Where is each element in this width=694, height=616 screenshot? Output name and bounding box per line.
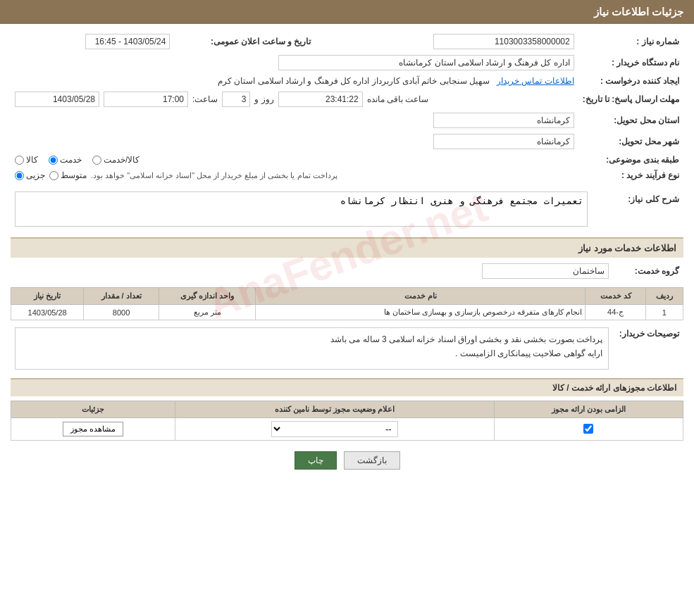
service-row: 1 ج-44 انجام کارهای متفرقه درخصوص بازساز… [11,305,683,320]
tosiyat-value: پرداخت بصورت بخشی نقد و بخشی اوراق اسناد… [11,325,613,372]
tarikh-saat-input: 1403/05/24 - 16:45 [85,34,170,49]
mojoz-row: -- مشاهده مجوز [11,418,683,441]
ostan-tahvil-input: کرمانشاه [433,113,574,128]
service-vahed: متر مربع [159,305,255,320]
mojoz-alam: -- [175,418,494,441]
tabaqe-value: کالا/خدمت خدمت کالا [11,152,578,168]
ostan-tahvil-value: کرمانشاه [11,110,578,131]
shomara-niaz-value: 1103003358000002 [315,31,578,52]
col-kod: کد خدمت [585,288,646,305]
col-tedad: تعداد / مقدار [84,288,159,305]
shomara-niaz-input: 1103003358000002 [433,34,574,49]
mohlat-label: مهلت ارسال پاسخ: تا تاریخ: [578,89,683,110]
mojoz-col-joziyat: جزئیات [11,401,175,418]
mojoz-joziyat: مشاهده مجوز [11,418,175,441]
info-row-ostan: استان محل تحویل: کرمانشاه [11,110,683,131]
tabaqe-kala[interactable]: کالا [15,155,38,165]
main-info-table: شماره نیاز : 1103003358000002 تاریخ و سا… [11,31,683,183]
khadamat-section-header: اطلاعات خدمات مورد نیاز [11,237,683,258]
service-tarikh: 1403/05/28 [11,305,84,320]
noe-farayand-value: پرداخت تمام یا بخشی از مبلغ خریدار از مح… [11,168,578,183]
sharh-niaz-section: شرح کلی نیاز: [11,189,683,232]
sharh-label: شرح کلی نیاز: [592,189,683,232]
saat-label: ساعت: [192,94,218,104]
farayand-jozi[interactable]: جزیی [15,170,45,180]
info-row-tabaqe: طبقه بندی موضوعی: کالا/خدمت خدمت کالا [11,152,683,168]
shomara-niaz-label: شماره نیاز : [578,31,683,52]
service-radif: 1 [645,305,683,320]
farayand-motavasit[interactable]: متوسط [49,170,87,180]
col-tarikh: تاریخ نیاز [11,288,84,305]
nam-dastgah-label: نام دستگاه خریدار : [578,52,683,73]
tabaqe-label: طبقه بندی موضوعی: [578,152,683,168]
ijad-konande-link[interactable]: اطلاعات تماس خریدار [497,76,574,86]
mojoz-thead: الزامی بودن ارائه مجوز اعلام وضعیت مجوز … [11,401,683,418]
mojoz-table-body: -- مشاهده مجوز [11,418,683,441]
page-header: جزئیات اطلاعات نیاز [0,0,694,24]
tabaqe-radio-group: کالا/خدمت خدمت کالا [15,155,574,165]
content-area: AnaFender.net شماره نیاز : 1103003358000… [0,24,694,487]
gorooh-label: گروه خدمت: [613,260,683,282]
tabaqe-kala-khidmat[interactable]: کالا/خدمت [92,155,140,165]
services-table: ردیف کد خدمت نام خدمت واحد اندازه گیری ت… [11,287,683,320]
view-mojoz-button[interactable]: مشاهده مجوز [63,422,123,436]
baqi-label: ساعت باقی مانده [367,94,429,104]
farayand-motavasit-radio[interactable] [49,171,58,180]
tabaqe-khidmat-radio[interactable] [49,156,58,165]
nam-dastgah-input: اداره کل فرهنگ و ارشاد اسلامی استان کرما… [278,55,574,70]
tosiyat-line1: پرداخت بصورت بخشی نقد و بخشی اوراق اسناد… [21,332,602,346]
tabaqe-khidmat[interactable]: خدمت [49,155,82,165]
services-table-body: 1 ج-44 انجام کارهای متفرقه درخصوص بازساز… [11,305,683,320]
farayand-motavasit-label: متوسط [61,170,87,180]
tosiyat-table: توصیحات خریدار: پرداخت بصورت بخشی نقد و … [11,325,683,372]
sharh-textarea[interactable] [15,191,588,227]
col-name: نام خدمت [256,288,585,305]
gorooh-input: ساختمان [482,263,609,279]
gorooh-row: گروه خدمت: ساختمان [11,260,683,282]
mojoz-elzami [494,418,683,441]
noe-farayand-label: نوع فرآیند خرید : [578,168,683,183]
tabaqe-kala-radio[interactable] [15,156,24,165]
shahr-tahvil-input: کرمانشاه [433,134,574,149]
ijad-konande-value: اطلاعات تماس خریدار سهیل سنجابی خاتم آبا… [11,73,578,89]
mojoz-title: اطلاعات مجوزهای ارائه خدمت / کالا [552,383,676,393]
info-row-farayand: نوع فرآیند خرید : پرداخت تمام یا بخشی از… [11,168,683,183]
info-row-shomara: شماره نیاز : 1103003358000002 تاریخ و سا… [11,31,683,52]
service-kod: ج-44 [585,305,646,320]
info-row-mohlat: مهلت ارسال پاسخ: تا تاریخ: ساعت باقی مان… [11,89,683,110]
tosiyat-row: توصیحات خریدار: پرداخت بصورت بخشی نقد و … [11,325,683,372]
ostan-tahvil-label: استان محل تحویل: [578,110,683,131]
info-row-shahr: شهر محل تحویل: کرمانشاه [11,131,683,152]
mojoz-col-alam: اعلام وضعیت مجوز توسط نامین کننده [175,401,494,418]
farayand-jozi-label: جزیی [26,170,45,180]
page-title: جزئیات اطلاعات نیاز [594,6,683,18]
tabaqe-khidmat-label: خدمت [60,155,82,165]
button-row: بازگشت چاپ [11,451,683,470]
mojoz-section-header: اطلاعات مجوزهای ارائه خدمت / کالا [11,378,683,396]
ijad-konande-text: سهیل سنجابی خاتم آبادی کاربرداز اداره کل… [218,76,490,86]
tabaqe-kala-khidmat-label: کالا/خدمت [104,155,140,165]
gorooh-table: گروه خدمت: ساختمان [11,260,683,282]
shahr-tahvil-label: شهر محل تحویل: [578,131,683,152]
ijad-konande-label: ایجاد کننده درخواست : [578,73,683,89]
tosiyat-line2: ارایه گواهی صلاحیت پیمانکاری الزامیست . [21,346,602,360]
tabaqe-kala-khidmat-radio[interactable] [92,156,101,165]
tabaqe-kala-label: کالا [26,155,38,165]
baqi-value: 23:41:22 [278,92,363,107]
tarikh-saat-label: تاریخ و ساعت اعلان عمومی: [174,31,315,52]
farayand-jozi-radio[interactable] [15,171,24,180]
tosiyat-label: توصیحات خریدار: [613,325,683,372]
info-row-dastgah: نام دستگاه خریدار : اداره کل فرهنگ و ارش… [11,52,683,73]
noe-farayand-note: پرداخت تمام یا بخشی از مبلغ خریدار از مح… [91,171,337,180]
mojoz-status-select[interactable]: -- [271,421,398,437]
shahr-tahvil-value: کرمانشاه [11,131,578,152]
mojoz-table: الزامی بودن ارائه مجوز اعلام وضعیت مجوز … [11,401,683,441]
col-radif: ردیف [645,288,683,305]
print-button[interactable]: چاپ [295,451,337,470]
mojoz-elzami-checkbox[interactable] [583,424,593,434]
gorooh-value: ساختمان [11,260,613,282]
sharh-row: شرح کلی نیاز: [11,189,683,232]
tarikh-value: 1403/05/28 [15,92,99,107]
rooz-label: روز و [254,94,273,104]
back-button[interactable]: بازگشت [344,451,400,470]
